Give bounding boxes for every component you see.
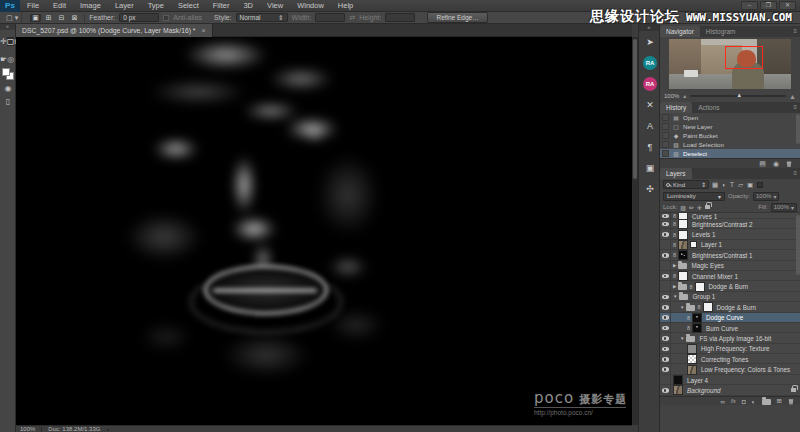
menu-item-edit[interactable]: Edit — [46, 0, 73, 12]
layer-thumbnail[interactable] — [695, 282, 705, 292]
tab-actions[interactable]: Actions — [692, 102, 725, 113]
expander-closed-icon[interactable]: ▶ — [673, 284, 676, 289]
menu-item-type[interactable]: Type — [141, 0, 171, 12]
layer-thumbnail[interactable] — [678, 240, 688, 250]
menu-item-window[interactable]: Window — [290, 0, 331, 12]
menu-item-view[interactable]: View — [260, 0, 290, 12]
menu-item-3d[interactable]: 3D — [236, 0, 260, 12]
anti-alias-checkbox[interactable] — [163, 15, 169, 21]
layer-row-group-1[interactable]: ▼Group 1 — [660, 292, 800, 302]
layer-row-high-frequency-texture[interactable]: High Frequency: Texture — [660, 344, 800, 354]
layer-row-layer-4[interactable]: Layer 4 — [660, 375, 800, 385]
panel-extras-icon[interactable]: ✣ — [639, 178, 661, 199]
panel-clone-source-icon[interactable]: ▣ — [639, 157, 661, 178]
layer-thumbnail[interactable] — [687, 344, 697, 354]
panel-paragraph-icon[interactable]: ¶ — [639, 136, 661, 157]
history-state-load-selection[interactable]: ▧Load Selection — [660, 140, 800, 149]
link-layers-icon[interactable]: ∞ — [720, 398, 725, 405]
delete-state-icon[interactable] — [786, 160, 792, 167]
zoom-tool[interactable]: ◎ — [7, 55, 14, 64]
lock-transparency-icon[interactable]: ▨ — [680, 204, 686, 211]
tab-histogram[interactable]: Histogram — [700, 26, 742, 37]
add-selection-mode-icon[interactable]: ⊞ — [43, 14, 54, 22]
style-select[interactable]: Normal⇕ — [236, 13, 288, 22]
menu-item-image[interactable]: Image — [73, 0, 108, 12]
layer-thumbnail[interactable] — [692, 313, 702, 323]
layer-row-layer-1[interactable]: 8Layer 1 — [660, 240, 800, 250]
move-tool[interactable]: ✛ — [0, 37, 7, 46]
delete-layer-icon[interactable] — [788, 398, 794, 405]
layer-row-fs-via-apply-image-16-bit[interactable]: ▼FS via Apply Image 16-bit — [660, 333, 800, 343]
new-document-from-state-icon[interactable]: ▤ — [759, 160, 766, 168]
visibility-well[interactable] — [660, 261, 671, 271]
layers-scrollbar-thumb[interactable] — [796, 215, 800, 275]
filter-adjustment-layers-icon[interactable]: ◐ — [722, 181, 726, 188]
history-state-open[interactable]: ▤Open — [660, 113, 800, 122]
panel-menu-icon[interactable]: ≡ — [793, 170, 797, 176]
zoom-out-mountain-icon[interactable]: ▲ — [682, 93, 687, 99]
height-input[interactable] — [385, 13, 415, 22]
navigator-proxy-rect[interactable] — [725, 46, 763, 69]
lock-position-icon[interactable]: ✛ — [697, 204, 702, 211]
panel-brushes-icon[interactable]: ✕ — [639, 94, 661, 115]
expander-open-icon[interactable]: ▼ — [673, 294, 677, 299]
new-adjustment-layer-icon[interactable]: ◐ — [752, 398, 756, 405]
blend-mode-select[interactable]: Luminosity ▾ — [663, 192, 725, 201]
layer-thumbnail[interactable] — [687, 365, 697, 375]
history-source-well[interactable] — [662, 123, 669, 130]
color-swatches[interactable] — [0, 68, 16, 82]
zoom-in-mountain-icon[interactable]: ▲ — [789, 93, 796, 100]
history-state-paint-bucket[interactable]: ◆Paint Bucket — [660, 131, 800, 140]
visibility-well[interactable] — [660, 344, 671, 354]
subtract-selection-mode-icon[interactable]: ⊟ — [56, 14, 67, 22]
visibility-well[interactable] — [660, 364, 671, 374]
history-source-well[interactable] — [662, 141, 669, 148]
history-source-well[interactable] — [662, 132, 669, 139]
quick-mask-icon[interactable]: ◉ — [0, 82, 16, 95]
history-state-deselect[interactable]: ▧Deselect — [660, 149, 800, 158]
fill-field[interactable]: 100% ▾ — [771, 203, 797, 212]
layer-row-dodge-burn[interactable]: ▶8Dodge & Burn — [660, 281, 800, 291]
history-source-well[interactable] — [662, 150, 669, 157]
filter-toggle[interactable] — [757, 182, 763, 188]
visibility-well[interactable] — [660, 229, 671, 239]
layer-row-brightness-contrast-2[interactable]: 8Brightness/Contrast 2 — [660, 219, 800, 229]
expander-closed-icon[interactable]: ▶ — [673, 263, 676, 268]
visibility-well[interactable] — [660, 323, 671, 333]
filter-pixel-layers-icon[interactable]: ▦ — [712, 181, 718, 189]
layer-row-magic-eyes[interactable]: ▶Magic Eyes — [660, 261, 800, 271]
new-layer-icon[interactable]: ⊞ — [777, 397, 782, 405]
history-state-new-layer[interactable]: ▢New Layer — [660, 122, 800, 131]
slider-thumb-icon[interactable]: ▲ — [736, 92, 742, 98]
layer-row-low-frequency-colors-tones[interactable]: Low Frequency: Colors & Tones — [660, 364, 800, 374]
layer-thumbnail[interactable] — [678, 271, 688, 281]
width-input[interactable] — [315, 13, 345, 22]
visibility-well[interactable] — [660, 240, 671, 250]
menu-item-select[interactable]: Select — [171, 0, 206, 12]
layer-thumbnail[interactable] — [673, 385, 683, 395]
navigator-zoom-slider[interactable]: ▲ — [690, 95, 786, 97]
layer-thumbnail[interactable] — [678, 213, 688, 219]
visibility-well[interactable] — [660, 219, 671, 229]
screen-mode-icon[interactable]: ▯ — [0, 95, 16, 108]
scrollbar-thumb[interactable] — [633, 39, 637, 179]
swap-dimensions-icon[interactable]: ⇄ — [349, 14, 355, 22]
layer-row-burn-curve[interactable]: 8Burn Curve — [660, 323, 800, 333]
tab-layers[interactable]: Layers — [660, 168, 692, 179]
visibility-well[interactable] — [660, 302, 671, 312]
layer-row-channel-mixer-1[interactable]: 8Channel Mixer 1 — [660, 271, 800, 281]
lock-all-icon[interactable] — [705, 205, 710, 209]
visibility-well[interactable] — [660, 333, 671, 343]
history-scrollbar-thumb[interactable] — [796, 114, 800, 144]
panel-menu-icon[interactable]: ≡ — [793, 28, 797, 34]
menu-item-layer[interactable]: Layer — [108, 0, 141, 12]
expander-open-icon[interactable]: ▼ — [680, 305, 684, 310]
visibility-well[interactable] — [660, 281, 671, 291]
visibility-well[interactable] — [660, 375, 671, 385]
layer-row-brightness-contrast-1[interactable]: 8Brightness/Contrast 1 — [660, 250, 800, 260]
tab-navigator[interactable]: Navigator — [660, 26, 700, 37]
foreground-color-swatch[interactable] — [2, 68, 10, 76]
layer-row-correcting-tones[interactable]: Correcting Tones — [660, 354, 800, 364]
visibility-well[interactable] — [660, 250, 671, 260]
visibility-well[interactable] — [660, 313, 671, 323]
